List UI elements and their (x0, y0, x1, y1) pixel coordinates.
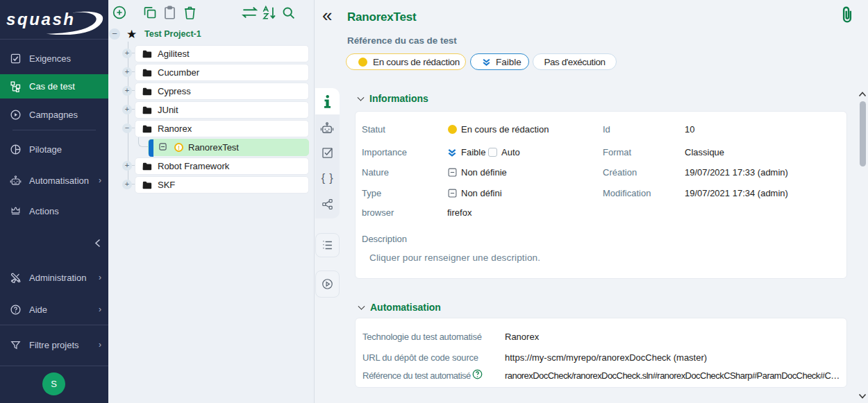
svg-text:squash: squash (6, 10, 76, 28)
